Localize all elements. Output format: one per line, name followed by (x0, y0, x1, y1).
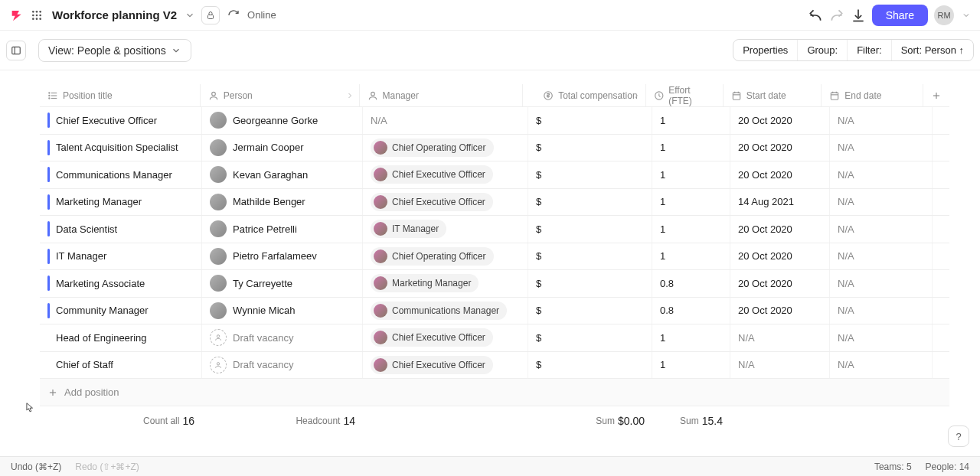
effort-cell[interactable]: 0.8 (652, 270, 730, 297)
column-header-person[interactable]: Person (201, 84, 360, 106)
start-date-cell[interactable]: 20 Oct 2020 (730, 216, 830, 243)
table-row[interactable]: Marketing AssociateTy CarreyetteMarketin… (40, 270, 949, 298)
compensation-cell[interactable]: $ (528, 352, 652, 379)
manager-chip[interactable]: IT Manager (371, 220, 446, 238)
group-button[interactable]: Group: (797, 40, 847, 60)
sort-button[interactable]: Sort: Person ↑ (891, 40, 973, 60)
compensation-cell[interactable]: $ (528, 189, 652, 216)
manager-chip[interactable]: Communications Manager (371, 302, 507, 320)
manager-cell[interactable]: Chief Executive Officer (363, 161, 528, 188)
end-date-cell[interactable]: N/A (830, 161, 933, 188)
effort-cell[interactable]: 1 (652, 352, 730, 379)
column-header-compensation[interactable]: Total compensation (523, 84, 645, 106)
manager-chip[interactable]: Chief Executive Officer (371, 356, 493, 374)
manager-cell[interactable]: Chief Operating Officer (363, 135, 528, 161)
table-row[interactable]: Head of EngineeringDraft vacancyChief Ex… (40, 324, 949, 352)
compensation-cell[interactable]: $ (528, 298, 652, 324)
user-menu-chevron-down-icon[interactable] (962, 11, 971, 20)
add-column-button[interactable] (923, 84, 949, 106)
start-date-cell[interactable]: N/A (730, 324, 830, 351)
effort-cell[interactable]: 1 (652, 107, 730, 134)
manager-cell[interactable]: Communications Manager (363, 298, 528, 324)
table-row[interactable]: Chief of StaffDraft vacancyChief Executi… (40, 352, 949, 380)
table-row[interactable]: IT ManagerPietro FarfalameevChief Operat… (40, 243, 949, 271)
end-date-cell[interactable]: N/A (830, 324, 933, 351)
position-cell[interactable]: Chief of Staff (40, 352, 202, 379)
start-date-cell[interactable]: 20 Oct 2020 (730, 161, 830, 188)
effort-cell[interactable]: 0.8 (652, 298, 730, 324)
end-date-cell[interactable]: N/A (830, 189, 933, 216)
manager-cell[interactable]: Marketing Manager (363, 270, 528, 297)
manager-cell[interactable]: Chief Executive Officer (363, 324, 528, 351)
person-cell[interactable]: Draft vacancy (202, 324, 363, 351)
filter-button[interactable]: Filter: (847, 40, 891, 60)
manager-chip[interactable]: Chief Executive Officer (371, 165, 493, 184)
column-header-start-date[interactable]: Start date (724, 84, 822, 106)
start-date-cell[interactable]: 20 Oct 2020 (730, 298, 830, 324)
column-header-end-date[interactable]: End date (822, 84, 923, 106)
position-cell[interactable]: Head of Engineering (40, 324, 202, 351)
person-cell[interactable]: Wynnie Micah (202, 298, 363, 324)
effort-cell[interactable]: 1 (652, 135, 730, 161)
title-chevron-down-icon[interactable] (185, 10, 195, 21)
table-row[interactable]: Talent Acquisition SpecialistJermain Coo… (40, 135, 949, 162)
manager-chip[interactable]: Chief Executive Officer (371, 193, 493, 211)
end-date-cell[interactable]: N/A (830, 298, 933, 324)
person-cell[interactable]: Jermain Cooper (202, 135, 363, 161)
column-header-effort[interactable]: Effort (FTE) (646, 84, 724, 106)
column-header-position[interactable]: Position title (40, 84, 201, 106)
position-cell[interactable]: Community Manager (40, 298, 202, 324)
lock-button[interactable] (201, 6, 220, 24)
end-date-cell[interactable]: N/A (830, 243, 933, 270)
user-avatar[interactable]: RM (934, 5, 954, 25)
help-button[interactable]: ? (948, 425, 969, 447)
person-cell[interactable]: Ty Carreyette (202, 270, 363, 297)
table-row[interactable]: Chief Executive OfficerGeorgeanne GorkeN… (40, 107, 949, 135)
download-icon[interactable] (851, 8, 866, 23)
undo-status[interactable]: Undo (⌘+Z) (11, 461, 61, 472)
person-cell[interactable]: Georgeanne Gorke (202, 107, 363, 134)
position-cell[interactable]: Marketing Manager (40, 189, 202, 216)
effort-cell[interactable]: 1 (652, 324, 730, 351)
share-button[interactable]: Share (872, 5, 928, 26)
manager-cell[interactable]: Chief Executive Officer (363, 352, 528, 379)
manager-chip[interactable]: Chief Operating Officer (371, 139, 494, 157)
start-date-cell[interactable]: 20 Oct 2020 (730, 270, 830, 297)
end-date-cell[interactable]: N/A (830, 135, 933, 161)
start-date-cell[interactable]: N/A (730, 352, 830, 379)
view-selector[interactable]: View: People & positions (38, 39, 191, 62)
redo-icon[interactable] (829, 8, 844, 23)
position-cell[interactable]: Data Scientist (40, 216, 202, 243)
table-row[interactable]: Data ScientistPatrice PetrelliIT Manager… (40, 216, 949, 243)
manager-cell[interactable]: N/A (363, 107, 528, 134)
position-cell[interactable]: Marketing Associate (40, 270, 202, 297)
manager-chip[interactable]: Marketing Manager (371, 274, 479, 292)
compensation-cell[interactable]: $ (528, 324, 652, 351)
manager-cell[interactable]: Chief Operating Officer (363, 243, 528, 270)
apps-grid-icon[interactable] (29, 8, 44, 23)
person-cell[interactable]: Kevan Garaghan (202, 161, 363, 188)
manager-cell[interactable]: IT Manager (363, 216, 528, 243)
person-cell[interactable]: Pietro Farfalameev (202, 243, 363, 270)
effort-cell[interactable]: 1 (652, 189, 730, 216)
start-date-cell[interactable]: 20 Oct 2020 (730, 135, 830, 161)
end-date-cell[interactable]: N/A (830, 270, 933, 297)
end-date-cell[interactable]: N/A (830, 352, 933, 379)
compensation-cell[interactable]: $ (528, 243, 652, 270)
effort-cell[interactable]: 1 (652, 243, 730, 270)
compensation-cell[interactable]: $ (528, 107, 652, 134)
add-position-row[interactable]: Add position (40, 379, 949, 406)
compensation-cell[interactable]: $ (528, 270, 652, 297)
table-row[interactable]: Marketing ManagerMathilde BengerChief Ex… (40, 189, 949, 217)
table-row[interactable]: Communications ManagerKevan GaraghanChie… (40, 161, 949, 189)
position-cell[interactable]: IT Manager (40, 243, 202, 270)
end-date-cell[interactable]: N/A (830, 107, 933, 134)
person-cell[interactable]: Mathilde Benger (202, 189, 363, 216)
compensation-cell[interactable]: $ (528, 216, 652, 243)
position-cell[interactable]: Chief Executive Officer (40, 107, 202, 134)
compensation-cell[interactable]: $ (528, 135, 652, 161)
position-cell[interactable]: Talent Acquisition Specialist (40, 135, 202, 161)
person-cell[interactable]: Draft vacancy (202, 352, 363, 379)
start-date-cell[interactable]: 14 Aug 2021 (730, 189, 830, 216)
start-date-cell[interactable]: 20 Oct 2020 (730, 243, 830, 270)
